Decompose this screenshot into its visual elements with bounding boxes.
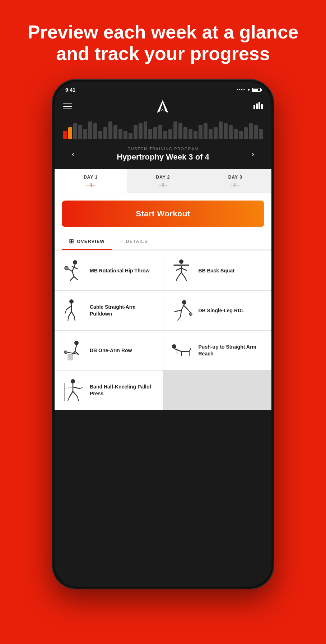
exercise-name: BB Back Squat [199,267,234,274]
week-title: Hypertrophy Week 3 of 4 [84,152,242,162]
svg-line-28 [71,312,74,317]
svg-point-14 [179,259,183,264]
svg-rect-3 [256,104,258,109]
svg-point-47 [172,344,176,349]
svg-point-31 [182,300,186,304]
svg-line-35 [178,317,181,320]
svg-rect-5 [261,104,263,109]
svg-line-59 [73,391,77,396]
start-workout-button[interactable]: Start Workout [62,201,264,227]
exercise-figure [60,258,85,283]
week-header: ‹ CUSTOM TRAINING PROGRAM Hypertrophy We… [55,144,271,169]
start-button-wrapper: Start Workout [55,193,271,233]
svg-point-9 [65,266,68,270]
svg-line-26 [65,309,66,314]
svg-line-34 [181,310,181,317]
exercise-figure [169,298,194,323]
svg-line-18 [181,272,185,277]
svg-line-58 [69,391,73,397]
exercise-name: Push-up to Straight Arm Reach [199,344,266,356]
exercise-item[interactable]: Push-up to Straight Arm Reach [163,331,272,370]
tab-details[interactable]: ≡ DETAILS [112,233,155,250]
tab-day-2[interactable]: DAY 2 ⊣⊢ [127,169,199,193]
svg-point-44 [64,351,67,354]
svg-point-39 [74,341,79,345]
exercise-name: Cable Straight-Arm Pulldown [90,304,157,317]
svg-line-20 [185,277,186,280]
chart-button[interactable] [253,101,263,111]
svg-line-30 [74,317,75,321]
next-week-button[interactable]: › [249,148,257,160]
main-content: DAY 1 ⊣⊢ DAY 2 ⊣⊢ DAY 3 ⊣⊢ Start Workout [55,169,271,410]
svg-line-32 [181,304,184,310]
progress-chart [63,121,263,139]
status-icons: •••• ▾ [237,87,261,92]
phone-screen: 9:41 •••• ▾ [55,82,271,586]
prev-week-button[interactable]: ‹ [69,148,77,160]
svg-line-53 [189,349,191,351]
exercise-name: MB Rotational Hip Throw [90,267,149,274]
svg-line-17 [178,272,181,277]
overview-icon: ⊞ [69,238,74,245]
svg-point-38 [189,313,192,316]
tab-day-1[interactable]: DAY 1 ⊣⊢ [55,169,127,193]
details-icon: ≡ [119,238,123,244]
exercise-figure [169,338,194,363]
svg-line-40 [75,345,76,351]
svg-line-60 [68,397,69,401]
svg-line-56 [73,387,79,388]
svg-line-21 [176,268,181,270]
status-bar: 9:41 •••• ▾ [55,82,271,96]
volt-logo [155,98,171,114]
wifi-icon: ▾ [248,87,250,92]
status-time: 9:41 [65,87,75,93]
dumbbell-icon-3: ⊣⊢ [202,182,269,189]
phone-mockup: 9:41 •••• ▾ [52,79,274,589]
svg-point-23 [69,299,74,304]
exercise-figure [60,298,85,323]
day-tabs: DAY 1 ⊣⊢ DAY 2 ⊣⊢ DAY 3 ⊣⊢ [55,169,271,193]
svg-line-33 [175,310,181,312]
svg-point-6 [73,260,77,264]
hero-text: Preview each week at a glance and track … [6,0,320,79]
svg-line-36 [184,306,188,309]
svg-rect-2 [253,105,255,109]
dumbbell-icon-1: ⊣⊢ [57,182,124,189]
menu-button[interactable] [63,104,72,109]
svg-line-19 [176,277,178,280]
exercise-item[interactable]: DB One-Arm Row [55,331,163,370]
exercise-name: DB One-Arm Row [90,347,132,354]
exercise-item[interactable]: Cable Straight-Arm Pulldown [55,291,163,330]
hero-section: Preview each week at a glance and track … [6,0,320,79]
exercise-figure [169,258,194,283]
exercise-name: Band Half-Kneeling Pallof Press [90,383,157,396]
svg-line-48 [174,349,181,351]
week-subtitle: CUSTOM TRAINING PROGRAM [84,147,242,151]
tab-day-3[interactable]: DAY 3 ⊣⊢ [199,169,271,193]
svg-line-63 [64,387,73,388]
svg-line-11 [70,277,74,280]
svg-line-10 [72,271,74,277]
exercise-item[interactable]: MB Rotational Hip Throw [55,251,163,290]
exercise-grid: MB Rotational Hip Throw BB Back Squat Ca… [55,251,271,410]
svg-rect-46 [68,354,73,360]
app-header [55,96,271,119]
phone-outer: 9:41 •••• ▾ [52,79,274,589]
svg-line-27 [69,312,71,317]
tab-overview[interactable]: ⊞ OVERVIEW [62,233,112,250]
svg-rect-4 [259,102,260,109]
view-tabs: ⊞ OVERVIEW ≡ DETAILS [55,233,271,250]
progress-area [55,119,271,144]
battery-icon [252,88,261,92]
exercise-item[interactable]: BB Back Squat [163,251,272,290]
exercise-name: DB Single-Leg RDL [199,307,244,314]
exercise-item[interactable]: DB Single-Leg RDL [163,291,272,330]
svg-line-25 [66,306,71,309]
signal-icon: •••• [237,87,246,92]
exercise-figure [60,338,85,363]
dumbbell-icon-2: ⊣⊢ [130,182,196,189]
exercise-item[interactable]: Band Half-Kneeling Pallof Press [55,371,163,410]
svg-line-22 [181,268,186,270]
svg-line-8 [68,269,72,271]
svg-point-54 [71,379,75,383]
